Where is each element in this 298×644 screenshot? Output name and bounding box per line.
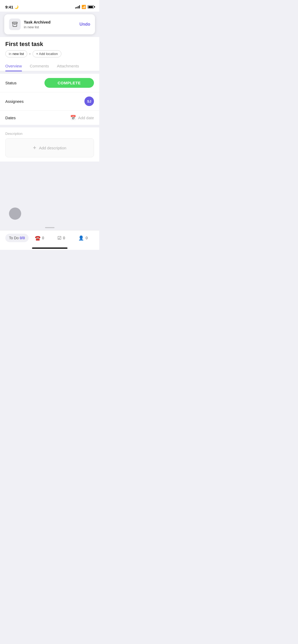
home-indicator	[0, 245, 99, 250]
status-icons: 📶	[75, 5, 94, 9]
assignees-row: Assignees SJ	[0, 92, 99, 111]
dates-label: Dates	[5, 116, 70, 120]
status-button[interactable]: COMPLETE	[44, 78, 94, 88]
add-date-button[interactable]: 📅 Add date	[70, 115, 94, 121]
phone-icon: ☎️	[35, 235, 40, 241]
home-bar	[32, 247, 67, 249]
assignee-avatar[interactable]: SJ	[84, 96, 94, 106]
plus-icon: +	[33, 144, 36, 151]
signal-bars-icon	[75, 5, 80, 8]
drag-indicator	[0, 225, 99, 230]
todo-count: 0/0	[20, 236, 25, 240]
add-description-button[interactable]: + Add description	[5, 138, 94, 157]
task-title: First test task	[0, 37, 99, 50]
status-time: 9:41	[5, 5, 13, 9]
add-date-label: Add date	[78, 116, 94, 120]
tab-bar: Overview Comments Attachments	[0, 61, 99, 71]
svg-rect-0	[12, 22, 17, 24]
checkbox-icon: ☑	[57, 235, 61, 241]
location-list-name: new list	[12, 52, 24, 56]
undo-button[interactable]: Undo	[77, 22, 90, 27]
gray-circle-button[interactable]	[9, 208, 21, 220]
toast-subtitle: in new list	[24, 25, 77, 29]
person-icon: 👤	[78, 235, 84, 241]
description-section: Description + Add description	[0, 127, 99, 162]
add-location-button[interactable]: + Add location	[33, 50, 61, 57]
bottom-toolbar: To Do 0/0 ☎️ 0 ☑ 0 👤 0	[0, 230, 99, 245]
dot-separator	[29, 53, 30, 54]
status-row: Status COMPLETE	[0, 74, 99, 92]
call-count: 0	[42, 236, 44, 240]
moon-icon: 🌙	[14, 5, 19, 9]
toast-text: Task Archived in new list	[24, 20, 77, 29]
task-detail: First test task in new list + Add locati…	[0, 37, 99, 71]
location-row: in new list + Add location	[0, 50, 99, 61]
calendar-icon: 📅	[70, 115, 76, 121]
task-action[interactable]: ☑ 0	[50, 235, 72, 241]
drag-pill	[45, 227, 55, 228]
details-section: Status COMPLETE Assignees SJ Dates 📅 Add…	[0, 74, 99, 125]
tab-comments[interactable]: Comments	[30, 61, 49, 71]
location-chip[interactable]: in new list	[5, 50, 27, 57]
dates-row: Dates 📅 Add date	[0, 111, 99, 125]
todo-label: To Do	[9, 236, 19, 240]
tab-overview[interactable]: Overview	[5, 61, 22, 71]
toast-title: Task Archived	[24, 20, 77, 25]
location-in-text: in	[9, 52, 11, 56]
gray-area	[0, 162, 99, 225]
task-count: 0	[63, 236, 65, 240]
todo-chip[interactable]: To Do 0/0	[5, 234, 29, 242]
tab-attachments[interactable]: Attachments	[57, 61, 79, 71]
person-count: 0	[85, 236, 88, 240]
wifi-icon: 📶	[82, 5, 86, 9]
assignees-label: Assignees	[5, 99, 84, 104]
status-label: Status	[5, 81, 44, 85]
archive-icon	[9, 19, 21, 30]
battery-icon	[88, 5, 94, 8]
toast-notification: Task Archived in new list Undo	[4, 14, 95, 34]
status-bar: 9:41 🌙 📶	[0, 0, 99, 12]
description-label: Description	[5, 132, 94, 136]
person-action[interactable]: 👤 0	[72, 235, 94, 241]
add-description-label: Add description	[39, 146, 66, 150]
call-action[interactable]: ☎️ 0	[29, 235, 50, 241]
